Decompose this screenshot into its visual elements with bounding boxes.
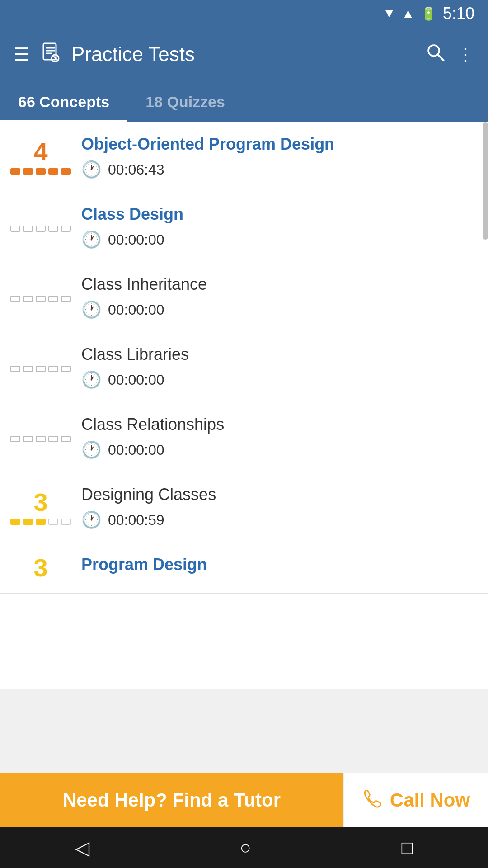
item-score: [14, 222, 68, 232]
item-title: Class Libraries: [81, 345, 461, 364]
clock-icon: 🕐: [81, 160, 102, 179]
item-content: Program Design: [68, 555, 461, 580]
nav-bar: ◁ ○ □: [0, 827, 488, 868]
item-title: Class Inheritance: [81, 275, 461, 294]
item-score: [14, 362, 68, 372]
list-item[interactable]: Class Inheritance 🕐 00:00:00: [0, 262, 488, 332]
item-title: Class Relationships: [81, 415, 461, 434]
item-content: Class Libraries 🕐 00:00:00: [68, 345, 461, 389]
more-options-icon[interactable]: ⋮: [456, 44, 474, 65]
list-item[interactable]: Class Libraries 🕐 00:00:00: [0, 332, 488, 402]
clock-icon: 🕐: [81, 440, 102, 459]
time-value: 00:00:59: [108, 512, 164, 528]
dot-4: [48, 296, 58, 302]
app-bar-title: Practice Tests: [71, 43, 415, 66]
document-icon: [41, 42, 61, 66]
progress-dots: [10, 436, 71, 442]
item-content: Class Relationships 🕐 00:00:00: [68, 415, 461, 459]
item-title: Program Design: [81, 555, 461, 574]
time-value: 00:00:00: [108, 372, 164, 388]
item-score: [14, 292, 68, 302]
item-title: Object-Oriented Program Design: [81, 135, 461, 154]
item-title: Designing Classes: [81, 485, 461, 504]
dot-3: [36, 226, 46, 232]
home-icon[interactable]: ○: [240, 837, 251, 859]
clock-icon: 🕐: [81, 370, 102, 389]
item-number: 3: [33, 555, 47, 580]
item-time: 🕐 00:00:00: [81, 230, 461, 249]
dot-1: [10, 168, 20, 175]
progress-dots: [10, 366, 71, 372]
back-icon[interactable]: ◁: [75, 837, 89, 859]
item-number: 4: [33, 139, 47, 165]
dot-1: [10, 366, 20, 372]
time-value: 00:00:00: [108, 442, 164, 458]
progress-dots: [10, 296, 71, 302]
list-item[interactable]: 4 Object-Oriented Program Design 🕐 00:06…: [0, 122, 488, 192]
app-bar: ☰ Practice Tests ⋮: [0, 27, 488, 81]
item-time: 🕐 00:00:00: [81, 300, 461, 319]
list-item[interactable]: Class Design 🕐 00:00:00: [0, 192, 488, 262]
item-content: Class Design 🕐 00:00:00: [68, 205, 461, 249]
dot-1: [10, 436, 20, 442]
dot-1: [10, 519, 20, 525]
list-item[interactable]: 3 Designing Classes 🕐 00:00:59: [0, 472, 488, 542]
status-bar: ▼ ▲ 🔋 5:10: [0, 0, 488, 27]
clock-icon: 🕐: [81, 300, 102, 319]
find-tutor-text: Need Help? Find a Tutor: [63, 789, 281, 811]
clock-icon: 🕐: [81, 510, 102, 529]
item-content: Designing Classes 🕐 00:00:59: [68, 485, 461, 529]
call-now-text: Call Now: [390, 789, 470, 811]
list-item[interactable]: 3 Program Design: [0, 542, 488, 594]
item-time: 🕐 00:00:59: [81, 510, 461, 529]
tab-quizzes[interactable]: 18 Quizzes: [127, 81, 243, 122]
time-value: 00:00:00: [108, 231, 164, 248]
dot-3: [36, 436, 46, 442]
time-value: 00:00:00: [108, 302, 164, 318]
dot-2: [23, 436, 33, 442]
call-now-button[interactable]: Call Now: [343, 773, 488, 827]
battery-icon: 🔋: [421, 6, 436, 21]
status-icons: ▼ ▲ 🔋 5:10: [383, 4, 474, 23]
dot-2: [23, 226, 33, 232]
search-icon[interactable]: [426, 42, 446, 66]
scrollbar[interactable]: [483, 122, 488, 240]
progress-dots: [10, 519, 71, 525]
hamburger-icon[interactable]: ☰: [14, 44, 30, 65]
item-time: 🕐 00:06:43: [81, 160, 461, 179]
svg-line-6: [438, 55, 444, 61]
dot-2: [23, 168, 33, 175]
find-tutor-button[interactable]: Need Help? Find a Tutor: [0, 773, 343, 827]
tab-bar: 66 Concepts 18 Quizzes: [0, 81, 488, 122]
dot-4: [48, 519, 58, 525]
dot-1: [10, 226, 20, 232]
dot-4: [48, 168, 58, 175]
item-score: 3: [14, 490, 68, 525]
time-value: 00:06:43: [108, 161, 164, 178]
dot-1: [10, 296, 20, 302]
recents-icon[interactable]: □: [401, 837, 413, 859]
dot-4: [48, 436, 58, 442]
bottom-bar: Need Help? Find a Tutor Call Now: [0, 773, 488, 827]
dot-3: [36, 296, 46, 302]
item-content: Class Inheritance 🕐 00:00:00: [68, 275, 461, 319]
dot-3: [36, 519, 46, 525]
item-content: Object-Oriented Program Design 🕐 00:06:4…: [68, 135, 461, 179]
item-score: 4: [14, 139, 68, 175]
item-time: 🕐 00:00:00: [81, 370, 461, 389]
list-item[interactable]: Class Relationships 🕐 00:00:00: [0, 402, 488, 472]
item-time: 🕐 00:00:00: [81, 440, 461, 459]
dot-2: [23, 366, 33, 372]
status-time: 5:10: [443, 4, 474, 23]
dot-3: [36, 168, 46, 175]
progress-dots: [10, 168, 71, 175]
tab-concepts[interactable]: 66 Concepts: [0, 81, 127, 122]
dot-4: [48, 226, 58, 232]
dot-4: [48, 366, 58, 372]
content-list: 4 Object-Oriented Program Design 🕐 00:06…: [0, 122, 488, 689]
clock-icon: 🕐: [81, 230, 102, 249]
signal-icon: ▲: [402, 6, 414, 21]
item-number: 3: [33, 490, 47, 515]
dot-3: [36, 366, 46, 372]
phone-icon: [362, 788, 382, 812]
